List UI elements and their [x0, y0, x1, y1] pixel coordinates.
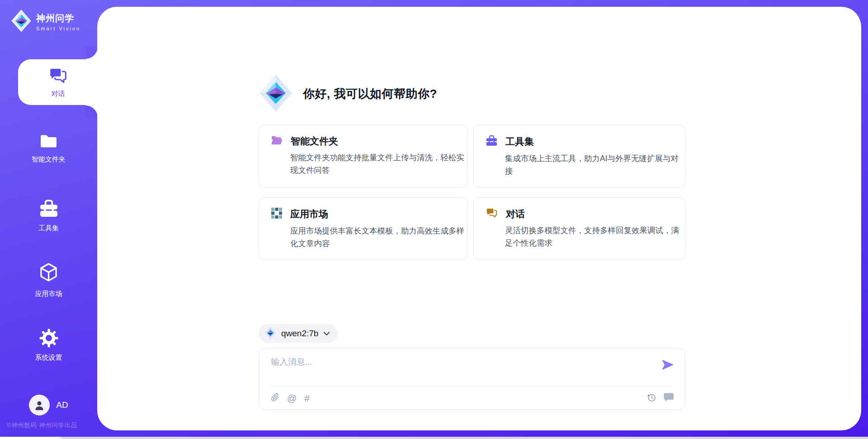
card-description: 应用市场提供丰富长文本模板，助力高效生成多样化文章内容 — [290, 224, 471, 250]
brand-name: 神州问学 — [36, 12, 80, 24]
brand-logo: 神州问学 Smart Vision — [11, 9, 80, 34]
chat-icon — [48, 67, 69, 86]
comment-icon — [663, 392, 674, 404]
card-title: 工具集 — [505, 135, 534, 148]
sidebar-item-label: 对话 — [52, 90, 65, 98]
topic-button[interactable]: # — [304, 393, 310, 403]
brand-subtitle: Smart Vision — [36, 26, 80, 31]
hash-icon: # — [304, 393, 310, 403]
main-panel: 你好, 我可以如何帮助你? 智能文件夹 智能文件夹功能支持批量文件上传与清洗，轻… — [97, 7, 861, 430]
chevron-down-icon — [323, 329, 330, 338]
card-title: 智能文件夹 — [291, 135, 338, 148]
sidebar-item-label: 工具集 — [38, 224, 59, 233]
user-profile-button[interactable]: AD — [0, 395, 97, 415]
gear-icon — [39, 329, 58, 349]
sidebar-item-settings[interactable]: 系统设置 — [0, 329, 97, 362]
sidebar-item-smart-folder[interactable]: 智能文件夹 — [0, 133, 97, 164]
folder-icon — [39, 133, 58, 151]
sidebar-item-chat[interactable]: 对话 — [18, 59, 98, 105]
brand-diamond-icon — [264, 326, 276, 341]
card-smart-folder[interactable]: 智能文件夹 智能文件夹功能支持批量文件上传与清洗，轻松实现文件问答 — [259, 125, 468, 187]
send-icon — [661, 365, 674, 372]
history-icon — [646, 392, 656, 404]
sidebar-item-label: 系统设置 — [35, 353, 62, 362]
card-description: 智能文件夹功能支持批量文件上传与清洗，轻松实现文件问答 — [290, 151, 471, 177]
folder-open-icon — [271, 135, 283, 148]
paperclip-icon — [271, 392, 279, 404]
user-initials: AD — [56, 400, 68, 410]
message-input[interactable] — [271, 356, 646, 382]
avatar — [29, 395, 50, 415]
cube-icon — [39, 262, 58, 286]
sidebar-item-label: 应用市场 — [35, 290, 62, 298]
message-composer: @ # — [259, 348, 685, 410]
card-toolset[interactable]: 工具集 集成市场上主流工具，助力AI与外界无缝扩展与对接 — [473, 125, 685, 187]
toolbox-icon — [486, 135, 498, 148]
send-button[interactable] — [661, 359, 674, 372]
greeting-title: 你好, 我可以如何帮助你? — [303, 86, 437, 102]
card-title: 应用市场 — [290, 208, 328, 220]
model-selector[interactable]: qwen2:7b — [259, 324, 338, 343]
sidebar-item-app-market[interactable]: 应用市场 — [0, 262, 97, 298]
greeting-section: 你好, 我可以如何帮助你? — [259, 74, 437, 114]
feature-cards: 智能文件夹 智能文件夹功能支持批量文件上传与清洗，轻松实现文件问答 工具集 集成… — [259, 125, 685, 260]
card-app-market[interactable]: 应用市场 应用市场提供丰富长文本模板，助力高效生成多样化文章内容 — [259, 197, 468, 260]
brand-diamond-icon — [259, 74, 293, 114]
sidebar: 神州问学 Smart Vision 对话 智能文件夹 — [0, 0, 97, 439]
attach-file-button[interactable] — [271, 392, 279, 404]
horizontal-scrollbar[interactable] — [0, 437, 868, 439]
card-description: 集成市场上主流工具，助力AI与外界无缝扩展与对接 — [505, 152, 686, 177]
sidebar-item-toolset[interactable]: 工具集 — [0, 199, 97, 233]
at-icon: @ — [287, 393, 297, 403]
card-title: 对话 — [506, 208, 525, 220]
pixel-grid-icon — [271, 207, 283, 221]
chat-icon — [486, 207, 498, 220]
history-button[interactable] — [646, 392, 656, 404]
card-description: 灵活切换多模型文件，支持多样回复效果调试，满足个性化需求 — [505, 224, 686, 249]
composer-divider — [270, 386, 674, 387]
sidebar-item-label: 智能文件夹 — [32, 155, 66, 164]
toolbox-icon — [39, 199, 59, 220]
copyright-text: ©神州数码·神州问学出品 — [7, 421, 77, 429]
mention-button[interactable]: @ — [287, 393, 297, 403]
card-chat[interactable]: 对话 灵活切换多模型文件，支持多样回复效果调试，满足个性化需求 — [473, 197, 685, 260]
scrollbar-track-segment — [0, 437, 61, 439]
app-root: { "brand": { "name": "神州问学", "subtitle":… — [0, 0, 868, 439]
model-name: qwen2:7b — [281, 329, 318, 339]
brand-diamond-icon — [11, 9, 32, 34]
new-chat-button[interactable] — [663, 392, 674, 404]
